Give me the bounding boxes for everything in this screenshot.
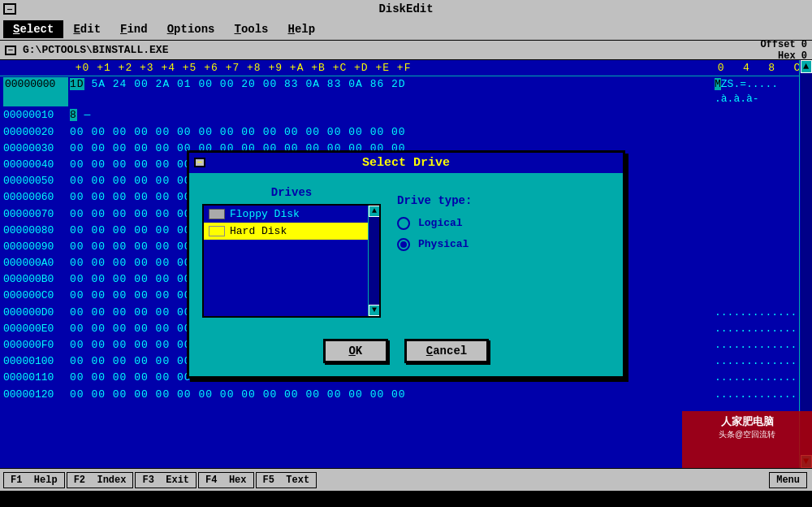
drives-panel-title: Drives <box>202 186 381 199</box>
radio-physical-label: Physical <box>418 238 469 250</box>
status-text[interactable]: F5 Text <box>256 472 317 488</box>
menu-help-label: Help <box>288 23 316 36</box>
menu-label: Menu <box>776 474 800 486</box>
lb-scroll-down[interactable]: ▼ <box>369 305 380 316</box>
menu-options-label: Options <box>167 23 215 36</box>
fkey-f2: F2 <box>74 474 85 486</box>
select-drive-dialog: — Select Drive Drives Floppy Disk <box>187 150 625 379</box>
file-path: G:\PCTOOLS\BINSTALL.EXE <box>23 44 760 56</box>
menu-item-tools[interactable]: Tools <box>225 20 279 38</box>
menu-item-help[interactable]: Help <box>279 20 326 38</box>
main-area: +0 +1 +2 +3 +4 +5 +6 +7 +8 +9 +A +B +C +… <box>0 60 812 468</box>
hdd-icon <box>209 226 225 236</box>
menu-item-edit[interactable]: Edit <box>63 20 110 38</box>
window-control[interactable]: — <box>3 3 16 15</box>
floppy-disk-icon <box>209 209 225 219</box>
dialog-buttons: OK Cancel <box>189 331 623 376</box>
dialog-body: Drives Floppy Disk Hard Disk ▲ <box>189 173 623 331</box>
watermark-line2: 头条@空回流转 <box>685 429 809 440</box>
radio-logical[interactable]: Logical <box>397 217 610 230</box>
dialog-overlay: — Select Drive Drives Floppy Disk <box>0 60 812 468</box>
menu-item-find[interactable]: Find <box>110 20 158 38</box>
drive-type-panel: Drive type: Logical Physical <box>397 186 610 318</box>
menu-item-select[interactable]: Select <box>3 20 63 38</box>
dialog-title: Select Drive <box>362 156 450 170</box>
address-bar-control[interactable]: — <box>5 46 16 55</box>
ok-button[interactable]: OK <box>323 339 388 363</box>
menu-edit-label: Edit <box>73 23 101 36</box>
cancel-label: Cancel <box>426 344 467 358</box>
dialog-title-bar: — Select Drive <box>189 153 623 173</box>
watermark-line1: 人家肥电脑 <box>685 414 809 429</box>
fkey-f3: F3 <box>142 474 153 486</box>
radio-physical[interactable]: Physical <box>397 238 610 251</box>
offset-value: 0 <box>801 39 807 50</box>
status-bar: F1 Help F2 Index F3 Exit F4 Hex F5 Text … <box>0 468 812 491</box>
drive-type-title: Drive type: <box>397 194 610 207</box>
cancel-button[interactable]: Cancel <box>404 339 489 363</box>
fkey-f1: F1 <box>11 474 22 486</box>
lb-scroll-up[interactable]: ▲ <box>369 206 380 217</box>
offset-label: Offset 0 <box>760 39 807 50</box>
menu-bar: Select Edit Find Options Tools Help <box>0 18 812 41</box>
app-title: DiskEdit <box>378 2 433 15</box>
menu-tools-label: Tools <box>235 23 269 36</box>
floppy-disk-label: Floppy Disk <box>230 208 300 220</box>
list-item-hdd[interactable]: Hard Disk <box>204 223 379 240</box>
fkey-f5: F5 <box>263 474 274 486</box>
radio-physical-circle[interactable] <box>397 238 410 251</box>
offset-info: Offset 0 Hex 0 <box>760 39 807 62</box>
fkey-f4: F4 <box>205 474 217 486</box>
list-item-floppy[interactable]: Floppy Disk <box>204 206 379 223</box>
title-bar: — DiskEdit <box>0 0 812 18</box>
window-control-icon: — <box>7 5 12 14</box>
dialog-control[interactable]: — <box>194 158 205 167</box>
status-help[interactable]: F1 Help <box>3 472 65 488</box>
menu-select-label: Select <box>13 23 54 36</box>
radio-logical-circle[interactable] <box>397 217 410 230</box>
status-menu[interactable]: Menu <box>769 472 807 488</box>
menu-item-options[interactable]: Options <box>158 20 225 38</box>
radio-logical-label: Logical <box>418 217 463 229</box>
status-hex[interactable]: F4 Hex <box>198 472 253 488</box>
address-bar: — G:\PCTOOLS\BINSTALL.EXE Offset 0 Hex 0 <box>0 41 812 60</box>
lb-scroll-track <box>369 217 379 305</box>
watermark: 人家肥电脑 头条@空回流转 <box>682 411 812 468</box>
menu-find-label: Find <box>120 23 148 36</box>
status-exit[interactable]: F3 Exit <box>135 472 197 488</box>
drives-panel: Drives Floppy Disk Hard Disk ▲ <box>202 186 381 318</box>
drives-listbox[interactable]: Floppy Disk Hard Disk ▲ ▼ <box>202 204 381 318</box>
status-index[interactable]: F2 Index <box>67 472 134 488</box>
listbox-scrollbar: ▲ ▼ <box>368 206 379 316</box>
ok-label: OK <box>348 344 362 358</box>
hard-disk-label: Hard Disk <box>230 225 287 237</box>
